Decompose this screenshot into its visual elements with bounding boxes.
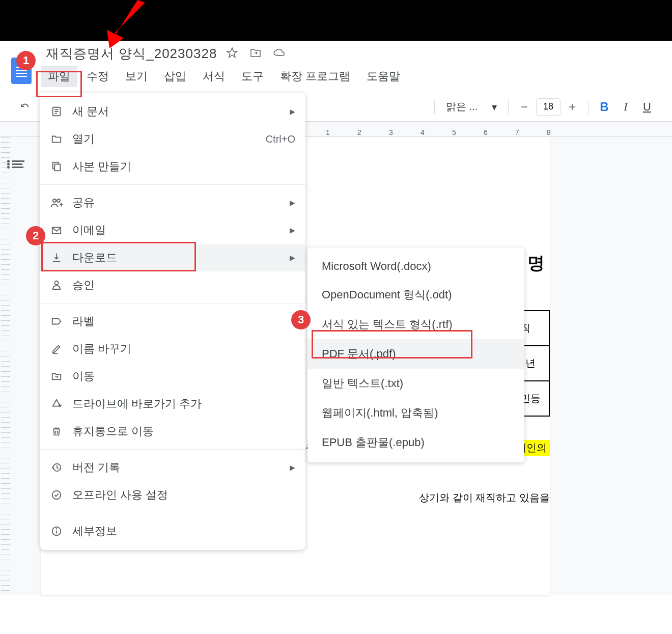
menu-version-history[interactable]: 버전 기록 ▶ [40,454,305,481]
svg-point-6 [53,199,56,202]
copy-icon [50,160,63,173]
menu-tools[interactable]: 도구 [234,66,271,87]
cloud-status-icon[interactable] [273,46,286,62]
menu-view[interactable]: 보기 [118,66,155,87]
svg-point-17 [52,491,61,500]
undo-button[interactable] [15,97,35,117]
menu-extensions[interactable]: 확장 프로그램 [273,66,357,87]
approve-icon [50,279,63,292]
svg-text:+: + [59,403,62,408]
download-rtf[interactable]: 서식 있는 텍스트 형식(.rtf) [307,310,524,339]
menu-insert[interactable]: 삽입 [157,66,193,87]
underline-button[interactable]: U [637,97,657,117]
chevron-right-icon: ▶ [290,463,295,472]
menu-new-document[interactable]: 새 문서 ▶ [40,98,305,125]
svg-point-20 [56,529,57,530]
menu-trash[interactable]: 휴지통으로 이동 [40,418,305,445]
italic-button[interactable]: I [616,97,635,117]
trash-icon [50,425,63,438]
download-odt[interactable]: OpenDocument 형식(.odt) [307,280,524,310]
menu-email[interactable]: 이메일 ▶ [40,216,305,244]
download-epub[interactable]: EPUB 출판물(.epub) [307,428,524,457]
download-html[interactable]: 웹페이지(.html, 압축됨) [307,398,524,428]
badge-3: 3 [291,310,311,329]
file-dropdown-menu: 새 문서 ▶ 열기 Ctrl+O 사본 만들기 + 공유 ▶ 이메일 ▶ 다운로… [40,93,305,550]
menu-share[interactable]: + 공유 ▶ [40,189,305,216]
star-icon[interactable] [226,47,238,61]
download-docx[interactable]: Microsoft Word(.docx) [307,253,524,280]
vertical-ruler [1,137,10,595]
menu-separator [40,184,305,185]
download-txt[interactable]: 일반 텍스트(.txt) [307,369,524,398]
svg-rect-5 [54,164,60,171]
menu-approve[interactable]: 승인 [40,271,305,299]
menu-file[interactable]: 파일 [41,66,77,87]
font-family-select[interactable]: 맑은 ... ▾ [441,98,502,116]
menu-open[interactable]: 열기 Ctrl+O [40,125,305,153]
chevron-right-icon: ▶ [290,199,295,207]
menu-rename[interactable]: 이름 바꾸기 [40,335,305,363]
font-size-input[interactable] [536,98,561,116]
svg-rect-11 [53,289,61,290]
download-pdf[interactable]: PDF 문서(.pdf) [307,339,524,369]
label-icon [50,315,63,328]
folder-icon [50,132,63,146]
shortcut-text: Ctrl+O [266,133,295,145]
info-icon [50,525,63,538]
menu-download[interactable]: 다운로드 ▶ [40,244,305,271]
chevron-right-icon: ▶ [290,226,295,234]
menu-add-shortcut[interactable]: + 드라이브에 바로가기 추가 [40,390,305,418]
badge-2: 2 [26,226,45,245]
outline-toggle-icon[interactable] [12,160,24,168]
menu-edit[interactable]: 수정 [79,66,116,87]
email-icon [50,224,63,237]
menu-label[interactable]: 라벨 [40,308,305,335]
menu-make-copy[interactable]: 사본 만들기 [40,153,305,180]
rename-icon [50,342,63,355]
menu-offline[interactable]: 오프라인 사용 설정 [40,481,305,509]
share-icon: + [50,196,63,209]
download-icon [50,251,63,264]
offline-icon [50,488,63,502]
doc-footer-text: 상기와 같이 재직하고 있음을 [419,491,550,505]
menu-separator [40,449,305,450]
menu-details[interactable]: 세부정보 [40,517,305,545]
menu-help[interactable]: 도움말 [359,66,407,87]
fontsize-decrease[interactable]: − [515,97,534,117]
chevron-right-icon: ▶ [290,254,295,262]
bold-button[interactable]: B [595,97,614,117]
chevron-right-icon: ▶ [290,107,295,116]
download-submenu: Microsoft Word(.docx) OpenDocument 형식(.o… [307,247,524,462]
fontsize-increase[interactable]: + [563,97,582,117]
menu-bar: 파일 수정 보기 삽입 서식 도구 확장 프로그램 도움말 [38,63,407,92]
menu-separator [40,303,305,304]
svg-text:+: + [60,201,63,208]
move-icon [50,370,63,383]
menu-format[interactable]: 서식 [195,66,232,87]
document-icon [50,105,63,118]
menu-move[interactable]: 이동 [40,363,305,390]
history-icon [50,461,63,474]
move-folder-icon[interactable] [249,47,262,61]
svg-point-10 [54,281,58,285]
badge-1: 1 [16,51,36,70]
red-arrow-annotation [89,0,160,53]
drive-shortcut-icon: + [50,397,63,410]
menu-separator [40,513,305,513]
